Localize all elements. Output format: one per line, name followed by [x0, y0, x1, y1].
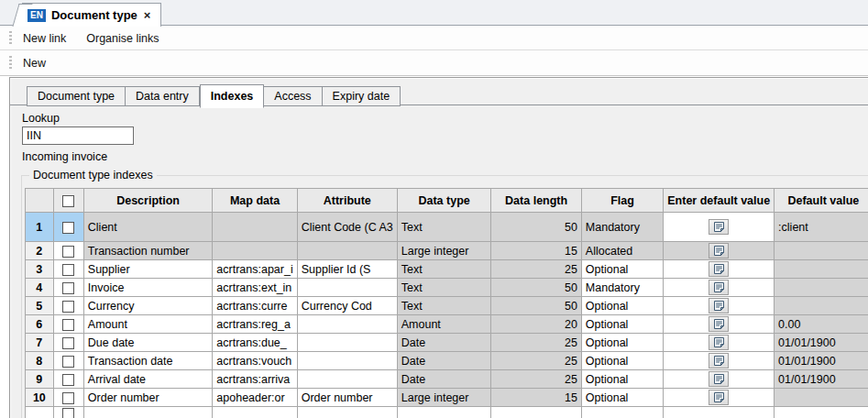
enter-default-value-button[interactable]	[709, 219, 729, 235]
toolbar-grip-icon[interactable]	[9, 31, 12, 45]
map-data-cell[interactable]	[213, 242, 297, 260]
map-data-cell[interactable]: acrtrans:arriva	[213, 370, 297, 389]
row-checkbox[interactable]	[62, 408, 74, 418]
flag-cell[interactable]: Mandatory	[581, 279, 663, 297]
row-checkbox[interactable]	[62, 356, 74, 368]
flag-cell[interactable]: Optional	[581, 334, 663, 352]
row-number-cell[interactable]: 6	[26, 315, 54, 334]
data-length-cell	[491, 407, 581, 418]
data-length-cell: 50	[491, 297, 581, 315]
attribute-cell[interactable]	[297, 315, 397, 334]
map-data-cell[interactable]: acrtrans:vouch	[213, 352, 297, 370]
attribute-cell[interactable]	[297, 352, 397, 370]
attribute-cell[interactable]	[297, 279, 397, 297]
row-checkbox[interactable]	[62, 282, 74, 294]
tab-indexes[interactable]: Indexes	[200, 84, 265, 108]
description-cell[interactable]: Invoice	[83, 279, 213, 297]
row-number-cell[interactable]: 2	[26, 242, 54, 260]
flag-cell[interactable]: Optional	[581, 297, 663, 315]
default-value-cell: 01/01/1900	[775, 334, 868, 352]
attribute-cell[interactable]	[297, 242, 397, 260]
map-data-cell[interactable]: acrtrans:ext_in	[213, 279, 297, 297]
default-value-cell: 0.00	[775, 315, 868, 334]
row-checkbox[interactable]	[62, 337, 74, 349]
new-link-button[interactable]: New link	[20, 30, 69, 47]
data-length-cell: 50	[491, 213, 581, 242]
row-checkbox[interactable]	[62, 392, 74, 404]
row-number-cell[interactable]	[26, 407, 54, 418]
row-checkbox[interactable]	[62, 246, 74, 258]
flag-cell[interactable]: Optional	[581, 260, 663, 279]
map-data-cell[interactable]	[213, 407, 297, 418]
row-number-cell[interactable]: 7	[26, 334, 54, 352]
document-tab[interactable]: EN Document type ×	[22, 3, 161, 27]
attribute-cell[interactable]	[297, 407, 397, 418]
row-number-cell[interactable]: 4	[26, 279, 54, 297]
map-data-cell[interactable]: acrtrans:reg_a	[213, 315, 297, 334]
flag-cell[interactable]: Optional	[581, 389, 663, 407]
flag-cell[interactable]: Optional	[581, 370, 663, 389]
enter-default-value-button[interactable]	[709, 316, 729, 332]
map-data-cell[interactable]: acrtrans:due_	[213, 334, 297, 352]
description-cell[interactable]: Transaction date	[83, 352, 213, 370]
enter-default-value-button[interactable]	[709, 335, 729, 350]
flag-cell[interactable]: Allocated	[581, 242, 663, 260]
row-number-cell[interactable]: 9	[26, 370, 54, 389]
description-cell[interactable]: Arrival date	[83, 370, 213, 389]
attribute-cell[interactable]	[297, 370, 397, 389]
attribute-cell[interactable]: Supplier Id (S	[297, 260, 397, 279]
enter-default-value-button[interactable]	[709, 371, 729, 387]
description-cell[interactable]: Client	[83, 213, 213, 242]
description-cell[interactable]: Due date	[83, 334, 213, 352]
table-row: 3 Supplier acrtrans:apar_i Supplier Id (…	[26, 260, 868, 279]
attribute-cell[interactable]	[297, 334, 397, 352]
enter-default-value-button[interactable]	[709, 280, 729, 295]
row-number-cell[interactable]: 3	[26, 260, 54, 279]
map-data-cell[interactable]: acrtrans:apar_i	[213, 260, 297, 279]
enter-default-value-button[interactable]	[709, 243, 729, 258]
note-edit-icon	[713, 318, 725, 330]
attribute-cell[interactable]: Currency Cod	[297, 297, 397, 315]
new-button[interactable]: New	[20, 55, 49, 72]
row-number-cell[interactable]: 1	[26, 213, 54, 242]
description-cell[interactable]: Transaction number	[83, 242, 213, 260]
tab-data-entry[interactable]: Data entry	[126, 86, 200, 106]
enter-default-value-button[interactable]	[709, 261, 729, 277]
row-checkbox[interactable]	[62, 222, 74, 234]
tab-access[interactable]: Access	[264, 86, 322, 106]
row-number-cell[interactable]: 5	[26, 297, 54, 315]
description-cell[interactable]: Supplier	[83, 260, 213, 279]
note-edit-icon	[713, 373, 725, 385]
enter-default-value-button[interactable]	[709, 390, 729, 405]
organise-links-button[interactable]: Organise links	[83, 30, 161, 47]
map-data-cell[interactable]: acrtrans:curre	[213, 297, 297, 315]
description-cell[interactable]: Order number	[83, 389, 213, 407]
row-number-cell[interactable]: 10	[26, 389, 54, 407]
flag-cell[interactable]	[581, 407, 663, 418]
close-icon[interactable]: ×	[143, 8, 152, 22]
row-checkbox[interactable]	[62, 374, 74, 386]
select-all-checkbox[interactable]	[62, 195, 74, 207]
note-edit-icon	[713, 300, 725, 312]
description-cell[interactable]: Amount	[83, 315, 213, 334]
toolbar-grip-icon[interactable]	[9, 56, 12, 71]
attribute-cell[interactable]: Order number	[297, 389, 397, 407]
row-checkbox[interactable]	[62, 301, 74, 313]
enter-default-value-button[interactable]	[709, 353, 729, 368]
description-cell[interactable]	[83, 407, 213, 418]
flag-cell[interactable]: Optional	[581, 315, 663, 334]
row-checkbox[interactable]	[62, 264, 74, 276]
attribute-cell[interactable]: Client Code (C A3	[297, 213, 397, 242]
flag-cell[interactable]: Optional	[581, 352, 663, 370]
tab-document-type[interactable]: Document type	[27, 86, 126, 106]
data-length-cell: 25	[491, 370, 581, 389]
flag-cell[interactable]: Mandatory	[581, 213, 663, 242]
tab-expiry-date[interactable]: Expiry date	[323, 86, 401, 106]
row-checkbox[interactable]	[62, 319, 74, 331]
map-data-cell[interactable]: apoheader:or	[213, 389, 297, 407]
row-number-cell[interactable]: 8	[26, 352, 54, 370]
enter-default-value-button[interactable]	[709, 298, 729, 314]
description-cell[interactable]: Currency	[83, 297, 213, 315]
lookup-input[interactable]	[22, 126, 134, 145]
map-data-cell[interactable]	[213, 213, 297, 242]
